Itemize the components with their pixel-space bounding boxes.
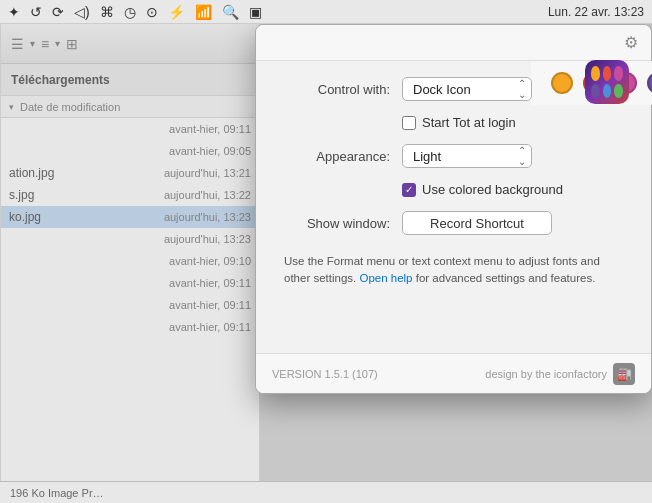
tot-dot-orange [591,66,600,81]
tot-dot-purple [591,84,600,99]
appearance-row: Appearance: Light Dark Auto ⌃⌄ [280,144,627,168]
appearance-select-wrapper: Light Dark Auto ⌃⌄ [402,144,532,168]
menubar: ✦ ↺ ⟳ ◁) ⌘ ◷ ⊙ ⚡ 📶 🔍 ▣ Lun. 22 avr. 13:2… [0,0,652,24]
history-icon[interactable]: ↺ [30,4,42,20]
finder-overlay [0,24,260,503]
use-colored-bg-row: ✓ Use colored background [402,182,627,197]
info-text-part2: for advanced settings and features. [416,272,596,284]
search-icon[interactable]: 🔍 [222,4,239,20]
iconfactory-icon: 🏭 [613,363,635,385]
version-text: VERSION 1.5.1 (107) [272,368,378,380]
command-icon[interactable]: ⌘ [100,4,114,20]
tot-dot-blue [603,84,612,99]
tot-dot-green [614,84,623,99]
bluetooth-icon[interactable]: ⚡ [168,4,185,20]
wifi-icon[interactable]: 📶 [195,4,212,20]
use-colored-bg-label: Use colored background [422,182,563,197]
start-at-login-row: Start Tot at login [402,115,627,130]
show-window-row: Show window: Record Shortcut [280,211,627,235]
target-icon[interactable]: ⊙ [146,4,158,20]
appearance-select[interactable]: Light Dark Auto [402,144,532,168]
dropbox-icon[interactable]: ✦ [8,4,20,20]
statusbar-text: 196 Ko Image Pr… [10,487,104,499]
open-help-link[interactable]: Open help [359,272,412,284]
menubar-right: Lun. 22 avr. 13:23 [548,5,644,19]
tot-app-icon [585,60,629,104]
gear-icon: ⚙ [624,33,638,52]
design-by-text: design by the iconfactory [485,368,607,380]
tot-dot-pink [614,66,623,81]
gear-button[interactable]: ⚙ [621,33,641,53]
control-with-select[interactable]: Dock Icon Menu Bar Icon Both [402,77,532,101]
info-text: Use the Format menu or text context menu… [280,253,627,288]
start-at-login-checkbox[interactable] [402,116,416,130]
display-icon[interactable]: ▣ [249,4,262,20]
control-with-label: Control with: [280,82,390,97]
record-shortcut-label: Record Shortcut [430,216,524,231]
use-colored-bg-checkbox[interactable]: ✓ [402,183,416,197]
start-at-login-label: Start Tot at login [422,115,516,130]
tot-dot-red [603,66,612,81]
control-with-select-wrapper: Dock Icon Menu Bar Icon Both ⌃⌄ [402,77,532,101]
circular-arrows-icon[interactable]: ⟳ [52,4,64,20]
clock-icon[interactable]: ◷ [124,4,136,20]
menubar-left: ✦ ↺ ⟳ ◁) ⌘ ◷ ⊙ ⚡ 📶 🔍 ▣ [8,4,262,20]
show-window-label: Show window: [280,216,390,231]
menubar-datetime: Lun. 22 avr. 13:23 [548,5,644,19]
tot-panel-footer: VERSION 1.5.1 (107) design by the iconfa… [256,353,651,393]
finder-statusbar: 196 Ko Image Pr… [0,481,652,503]
dot-orange[interactable] [551,72,573,94]
iconfactory-credit: design by the iconfactory 🏭 [485,363,635,385]
record-shortcut-button[interactable]: Record Shortcut [402,211,552,235]
dot-purple[interactable] [647,72,652,94]
volume-icon[interactable]: ◁) [74,4,90,20]
tot-panel-header: ⚙ [256,25,651,61]
appearance-label: Appearance: [280,149,390,164]
